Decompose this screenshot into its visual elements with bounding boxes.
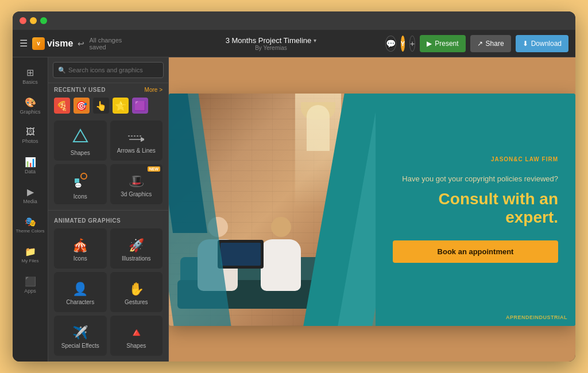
person2-torso <box>261 239 301 291</box>
project-title-text: 3 Months Project Timeline <box>226 36 312 45</box>
characters-icon: 👤 <box>72 282 88 297</box>
gestures-label: Gestures <box>125 299 148 305</box>
grid-item-icons[interactable]: 💬 Icons <box>54 164 107 204</box>
recent-icon-5[interactable]: 🟪 <box>132 98 148 114</box>
title-bar <box>13 11 575 30</box>
grid-item-special-effects[interactable]: ✈️ Special Effects <box>54 316 107 356</box>
firm-name: JASON&C LAW FIRM <box>393 156 558 162</box>
apps-icon: ⬛ <box>25 276 36 287</box>
menu-icon[interactable]: ☰ <box>20 38 28 49</box>
grid-item-shapes[interactable]: Shapes <box>54 121 107 161</box>
user-avatar[interactable]: Y <box>401 36 405 52</box>
project-author: By Yeremias <box>255 45 287 51</box>
3d-label: 3d Graphics <box>121 191 152 197</box>
sidebar-item-data[interactable]: 📊 Data <box>16 151 45 179</box>
media-icon: ▶ <box>27 187 34 197</box>
illustrations-label: Illustrations <box>122 255 151 262</box>
gestures-icon: ✋ <box>129 282 144 297</box>
share-label: Share <box>486 40 504 48</box>
special-effects-label: Special Effects <box>61 343 99 349</box>
download-button[interactable]: ⬇ Download <box>516 35 568 52</box>
browser-window: ☰ v visme ↩ All changes saved 3 Months P… <box>13 11 575 362</box>
undo-icon[interactable]: ↩ <box>78 39 84 48</box>
recent-icon-4[interactable]: ⭐ <box>113 98 129 114</box>
sidebar-media-label: Media <box>23 199 37 204</box>
recently-used-title: RECENTLY USED <box>54 87 106 93</box>
maximize-button[interactable] <box>40 17 47 24</box>
sidebar-files-label: My Files <box>22 258 39 263</box>
laptop <box>218 240 264 269</box>
slide-canvas[interactable]: JASON&C LAW FIRM Have you got your copyr… <box>169 94 575 326</box>
download-icon: ⬇ <box>523 40 528 48</box>
toolbar-center: 3 Months Project Timeline ▾ By Yeremias <box>140 36 402 51</box>
grid-item-illustrations[interactable]: 🚀 Illustrations <box>110 228 163 269</box>
new-badge: NEW <box>148 166 160 172</box>
sidebar-theme-label: Theme Colors <box>16 228 44 234</box>
arrows-label: Arrows & Lines <box>117 147 156 154</box>
present-button[interactable]: ▶ Present <box>420 35 465 52</box>
share-button[interactable]: ↗ Share <box>470 35 511 52</box>
traffic-lights <box>20 17 47 24</box>
slide-headline: Consult with an expert. <box>393 190 558 227</box>
sidebar-photos-label: Photos <box>22 138 38 144</box>
search-field-container[interactable]: 🔍 <box>53 62 164 78</box>
sidebar-apps-label: Apps <box>24 288 36 294</box>
recent-icon-2[interactable]: 🎯 <box>74 98 90 114</box>
add-user-icon-button[interactable]: + <box>409 36 415 52</box>
animated-header: ANIMATED GRAPHICS <box>48 214 168 226</box>
visme-brand-icon: v <box>32 37 45 50</box>
share-icon: ↗ <box>477 40 483 48</box>
grid-item-characters[interactable]: 👤 Characters <box>54 272 107 312</box>
main-content: ⊞ Basics 🎨 Graphics 🖼 Photos 📊 Data ▶ <box>13 57 575 362</box>
search-input[interactable] <box>68 67 158 73</box>
svg-point-4 <box>81 173 87 179</box>
toolbar-left: ☰ v visme ↩ All changes saved <box>20 37 134 50</box>
animated-grid: 🎪 Icons 🚀 Illustrations 👤 Characters ✋ G… <box>48 226 168 358</box>
animated-icons-icon: 🎪 <box>72 238 88 253</box>
watermark: APRENDEINDUSTRIAL <box>506 314 567 320</box>
sidebar-item-theme-colors[interactable]: 🎭 Theme Colors <box>16 211 45 239</box>
sidebar: ⊞ Basics 🎨 Graphics 🖼 Photos 📊 Data ▶ <box>13 57 48 362</box>
grid-item-gestures[interactable]: ✋ Gestures <box>110 272 163 312</box>
cta-button[interactable]: Book an appointment <box>393 240 558 263</box>
data-icon: 📊 <box>25 157 36 168</box>
recent-icon-3[interactable]: 👆 <box>93 98 109 114</box>
title-chevron-icon: ▾ <box>314 37 316 44</box>
saved-status: All changes saved <box>89 37 134 50</box>
grid-item-3d[interactable]: NEW 🎩 3d Graphics <box>110 164 163 204</box>
icons-label: Icons <box>74 193 87 200</box>
app-container: ☰ v visme ↩ All changes saved 3 Months P… <box>13 30 575 362</box>
person2-head <box>271 217 291 237</box>
grid-item-shapes2[interactable]: 🔺 Shapes <box>110 316 163 356</box>
sidebar-item-media[interactable]: ▶ Media <box>16 181 45 209</box>
visme-brand-text: visme <box>47 38 73 49</box>
close-button[interactable] <box>20 17 26 24</box>
graphics-icon: 🎨 <box>25 97 36 108</box>
search-icon: 🔍 <box>58 67 66 74</box>
files-icon: 📁 <box>25 246 36 257</box>
sidebar-item-photos[interactable]: 🖼 Photos <box>16 122 45 149</box>
canvas-area[interactable]: JASON&C LAW FIRM Have you got your copyr… <box>169 57 575 362</box>
sidebar-item-apps[interactable]: ⬛ Apps <box>16 271 45 298</box>
sidebar-item-graphics[interactable]: 🎨 Graphics <box>16 92 45 119</box>
sidebar-data-label: Data <box>25 169 36 174</box>
project-title[interactable]: 3 Months Project Timeline ▾ <box>226 36 317 45</box>
recently-used-header: RECENTLY USED More > <box>48 83 168 95</box>
sidebar-item-my-files[interactable]: 📁 My Files <box>16 241 45 269</box>
minimize-button[interactable] <box>30 17 37 24</box>
3d-icon: 🎩 <box>129 174 144 189</box>
more-link[interactable]: More > <box>145 87 163 93</box>
grid-item-arrows[interactable]: Arrows & Lines <box>110 121 163 161</box>
sidebar-item-basics[interactable]: ⊞ Basics <box>16 62 45 90</box>
laptop-screen <box>220 243 261 266</box>
slide-content-section: JASON&C LAW FIRM Have you got your copyr… <box>376 94 575 326</box>
comment-icon-button[interactable]: 💬 <box>385 36 396 52</box>
grid-item-animated-icons[interactable]: 🎪 Icons <box>54 228 107 269</box>
photos-icon: 🖼 <box>26 127 35 137</box>
icons-icon: 💬 <box>72 172 88 191</box>
sidebar-basics-label: Basics <box>22 79 38 85</box>
characters-label: Characters <box>66 299 94 305</box>
recent-icon-1[interactable]: 🍕 <box>54 98 70 114</box>
special-effects-icon: ✈️ <box>72 325 88 340</box>
watermark-prefix: APRENDE <box>506 314 533 320</box>
